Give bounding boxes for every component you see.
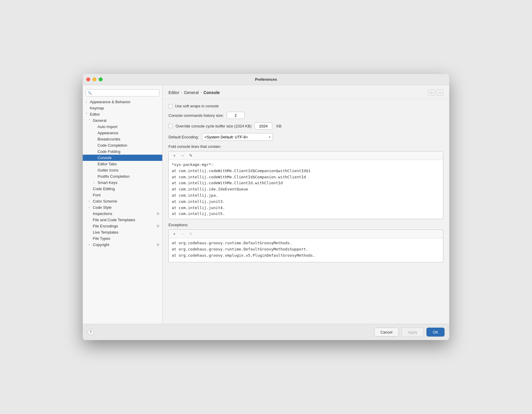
- encoding-row: Default Encoding: <System Default: UTF-8…: [168, 133, 443, 141]
- sidebar-item-copyright[interactable]: › Copyright⊞: [83, 242, 162, 248]
- sidebar-item-label: Breadcrumbs: [98, 137, 120, 141]
- breadcrumb-editor: Editor: [168, 90, 179, 95]
- sidebar-item-font[interactable]: Font: [83, 192, 162, 198]
- apply-button[interactable]: Apply: [402, 328, 424, 337]
- sidebar-item-label: Inspections: [93, 211, 112, 216]
- search-input[interactable]: [86, 89, 159, 96]
- arrow-icon: ›: [89, 206, 93, 209]
- sidebar-item-file-types[interactable]: File Types: [83, 235, 162, 242]
- sidebar-item-label: Appearance & Behavior: [90, 100, 130, 104]
- sidebar-item-code-editing[interactable]: Code Editing: [83, 186, 162, 192]
- breadcrumb-sep-2: ›: [200, 90, 202, 95]
- arrow-icon: ›: [86, 100, 90, 104]
- panel-header: Editor › General › Console ← →: [163, 85, 449, 99]
- sidebar-item-code-folding[interactable]: Code Folding: [83, 148, 162, 155]
- sidebar-item-breadcrumbs[interactable]: Breadcrumbs: [83, 136, 162, 142]
- maximize-button[interactable]: [99, 77, 103, 81]
- nav-forward-button[interactable]: →: [436, 89, 443, 96]
- sidebar-item-file-code-templates[interactable]: File and Code Templates: [83, 217, 162, 223]
- fold-list-item: at com.intellij.junit4.: [172, 205, 440, 211]
- nav-arrows: ← →: [428, 89, 443, 96]
- footer-left: ?: [87, 328, 371, 337]
- encoding-select[interactable]: <System Default: UTF-8> UTF-8 UTF-16 ISO…: [202, 133, 273, 141]
- window-title: Preferences: [255, 77, 277, 82]
- sidebar-item-appearance-behavior[interactable]: › Appearance & Behavior: [83, 99, 162, 105]
- nav-back-button[interactable]: ←: [428, 89, 435, 96]
- settings-page-icon: ⊞: [157, 212, 159, 216]
- sidebar-item-smart-keys[interactable]: › Smart Keys: [83, 179, 162, 186]
- override-buffer-input[interactable]: [254, 122, 272, 130]
- fold-list-item: at com.intellij.codeWithMe.ClientId$Comp…: [172, 168, 440, 174]
- exceptions-list-item: at org.codehaus.groovy.runtime.DefaultGr…: [172, 246, 440, 253]
- sidebar-item-auto-import[interactable]: Auto Import: [83, 124, 162, 130]
- fold-list-item: at com.intellij.junit3.: [172, 199, 440, 205]
- fold-list-item: at com.intellij.codeWithMe.ClientId.with…: [172, 180, 440, 186]
- exceptions-list-item: at org.codehaus.groovy.runtime.DefaultGr…: [172, 240, 440, 246]
- close-button[interactable]: [86, 77, 90, 81]
- sidebar-item-label: File and Code Templates: [93, 218, 135, 222]
- sidebar-item-editor[interactable]: ˅ Editor: [83, 111, 162, 117]
- sidebar-item-appearance[interactable]: Appearance: [83, 130, 162, 136]
- sidebar-item-code-style[interactable]: › Code Style: [83, 204, 162, 211]
- search-wrapper: 🔍: [86, 89, 159, 96]
- fold-edit-button[interactable]: ✎: [188, 153, 194, 159]
- arrow-icon: ›: [93, 181, 98, 184]
- fold-list-content: *sys-package-mgr*:at com.intellij.codeWi…: [169, 160, 443, 219]
- minimize-button[interactable]: [93, 77, 96, 81]
- sidebar-item-color-scheme[interactable]: › Color Scheme: [83, 198, 162, 204]
- exceptions-edit-button[interactable]: ✎: [188, 231, 194, 237]
- exceptions-label: Exceptions:: [168, 223, 443, 227]
- sidebar-item-label: Auto Import: [98, 124, 117, 129]
- exceptions-add-button[interactable]: +: [171, 231, 178, 237]
- exceptions-list-item: at org.codehaus.groovy.vmplugin.v5.Plugi…: [172, 253, 440, 259]
- sidebar-item-label: Editor: [90, 112, 100, 117]
- exceptions-list-content: at org.codehaus.groovy.runtime.DefaultGr…: [169, 238, 443, 262]
- soft-wrap-checkbox[interactable]: [168, 104, 173, 108]
- sidebar-item-label: Editor Tabs: [98, 162, 117, 166]
- sidebar-item-inspections[interactable]: Inspections⊞: [83, 211, 162, 217]
- footer: ? Cancel Apply OK: [83, 324, 449, 340]
- fold-remove-button[interactable]: −: [179, 153, 186, 159]
- sidebar-item-label: Code Folding: [98, 149, 120, 154]
- exceptions-remove-button[interactable]: −: [179, 231, 186, 237]
- fold-list-item: at com.intellij.jpa.: [172, 193, 440, 199]
- exceptions-list-toolbar: + − ✎: [169, 230, 443, 238]
- arrow-icon: ˅: [89, 119, 93, 122]
- exceptions-list-box: + − ✎ at org.codehaus.groovy.runtime.Def…: [168, 229, 443, 262]
- sidebar-item-console[interactable]: Console: [83, 155, 162, 161]
- sidebar-item-general[interactable]: ˅ General: [83, 117, 162, 124]
- titlebar: Preferences: [83, 74, 449, 85]
- sidebar-item-postfix-completion[interactable]: Postfix Completion: [83, 173, 162, 179]
- history-size-input[interactable]: [227, 112, 244, 119]
- panel-body: Use soft wraps in console Console comman…: [163, 99, 449, 324]
- sidebar-item-label: Console: [98, 156, 112, 160]
- override-buffer-checkbox[interactable]: [168, 124, 173, 128]
- breadcrumb-general: General: [184, 90, 199, 95]
- sidebar-item-label: General: [93, 118, 106, 123]
- fold-label: Fold console lines that contain:: [168, 144, 443, 149]
- sidebar-item-code-completion[interactable]: Code Completion: [83, 142, 162, 148]
- sidebar-item-live-templates[interactable]: Live Templates: [83, 229, 162, 235]
- arrow-icon: ›: [89, 243, 93, 246]
- arrow-icon: ›: [89, 200, 93, 203]
- window-controls: [86, 77, 103, 81]
- sidebar-item-label: Code Style: [93, 205, 112, 210]
- fold-add-button[interactable]: +: [171, 153, 178, 159]
- sidebar-item-label: Smart Keys: [98, 180, 117, 185]
- sidebar-item-label: Postfix Completion: [98, 174, 129, 179]
- fold-list-item: at com.intellij.ide.IdeEventQueue: [172, 186, 440, 193]
- sidebar-item-gutter-icons[interactable]: Gutter Icons: [83, 167, 162, 173]
- cancel-button[interactable]: Cancel: [374, 328, 398, 337]
- sidebar-item-editor-tabs[interactable]: Editor Tabs: [83, 161, 162, 167]
- sidebar-item-keymap[interactable]: Keymap: [83, 105, 162, 111]
- sidebar-item-label: Live Templates: [93, 230, 118, 235]
- sidebar-items-container: › Appearance & Behavior Keymap˅ Editor˅ …: [83, 99, 162, 248]
- sidebar-item-label: Copyright: [93, 242, 109, 247]
- ok-button[interactable]: OK: [426, 328, 445, 337]
- sidebar-item-file-encodings[interactable]: File Encodings⊞: [83, 223, 162, 229]
- sidebar-item-label: Code Editing: [93, 187, 115, 191]
- soft-wrap-row: Use soft wraps in console: [168, 104, 443, 108]
- arrow-icon: ˅: [86, 113, 90, 116]
- help-button[interactable]: ?: [87, 329, 94, 335]
- search-container: 🔍: [83, 88, 162, 99]
